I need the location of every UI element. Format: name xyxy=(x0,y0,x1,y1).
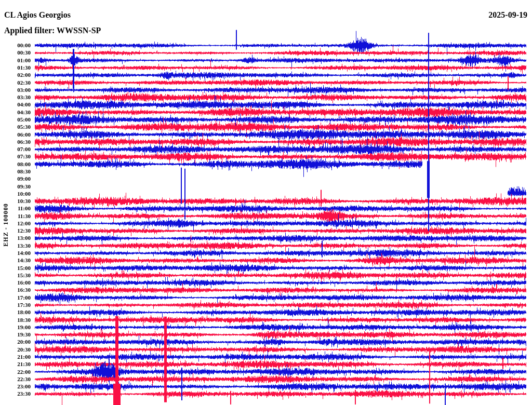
row-time-label: 08:00 xyxy=(0,161,31,168)
row-time-label: 22:30 xyxy=(0,376,31,383)
row-time-label: 08:30 xyxy=(0,168,31,175)
row-time-label: 16:30 xyxy=(0,287,31,293)
row-time-label: 01:00 xyxy=(0,57,31,64)
row-time-label: 01:30 xyxy=(0,64,31,71)
row-time-label: 00:30 xyxy=(0,49,31,56)
helicorder-page: { "header": { "title": "CL Agios Georgio… xyxy=(0,0,532,405)
row-time-label: 07:00 xyxy=(0,146,31,153)
station-title: CL Agios Georgios xyxy=(4,10,71,20)
row-time-label: 12:30 xyxy=(0,227,31,234)
row-time-label: 04:30 xyxy=(0,109,31,116)
row-time-label: 03:30 xyxy=(0,94,31,101)
helicorder-plot xyxy=(0,0,532,405)
row-time-label: 22:00 xyxy=(0,369,31,375)
row-time-label: 20:30 xyxy=(0,346,31,353)
row-time-label: 06:30 xyxy=(0,139,31,145)
row-time-label: 11:00 xyxy=(0,205,31,212)
filter-label: Applied filter: WWSSN-SP xyxy=(4,26,101,35)
row-time-label: 19:00 xyxy=(0,324,31,331)
row-time-label: 10:30 xyxy=(0,198,31,205)
row-time-label: 23:00 xyxy=(0,383,31,390)
row-time-label: 11:30 xyxy=(0,213,31,220)
row-time-label: 05:30 xyxy=(0,124,31,130)
row-time-label: 04:00 xyxy=(0,101,31,108)
row-time-label: 18:00 xyxy=(0,309,31,316)
row-time-label: 15:30 xyxy=(0,272,31,279)
row-time-label: 00:00 xyxy=(0,42,31,49)
row-time-label: 09:30 xyxy=(0,183,31,190)
row-time-label: 17:30 xyxy=(0,302,31,308)
row-time-label: 02:30 xyxy=(0,79,31,86)
row-time-label: 03:00 xyxy=(0,87,31,93)
row-time-label: 09:00 xyxy=(0,176,31,182)
row-time-label: 20:00 xyxy=(0,339,31,345)
record-date: 2025-09-19 xyxy=(488,10,527,20)
row-time-label: 15:00 xyxy=(0,265,31,272)
row-time-label: 16:00 xyxy=(0,279,31,286)
row-time-label: 18:30 xyxy=(0,317,31,323)
row-time-label: 17:00 xyxy=(0,294,31,301)
row-time-label: 23:30 xyxy=(0,390,31,397)
row-time-label: 05:00 xyxy=(0,116,31,123)
row-time-label: 13:30 xyxy=(0,242,31,249)
row-time-label: 19:30 xyxy=(0,331,31,338)
row-time-label: 14:30 xyxy=(0,257,31,264)
row-time-label: 06:00 xyxy=(0,131,31,138)
row-time-label: 21:30 xyxy=(0,361,31,368)
row-time-label: 21:00 xyxy=(0,354,31,360)
row-time-label: 10:00 xyxy=(0,191,31,197)
row-time-label: 07:30 xyxy=(0,153,31,160)
row-time-label: 02:00 xyxy=(0,72,31,78)
row-time-label: 14:00 xyxy=(0,250,31,256)
row-time-label: 13:00 xyxy=(0,235,31,241)
row-time-label: 12:00 xyxy=(0,220,31,227)
